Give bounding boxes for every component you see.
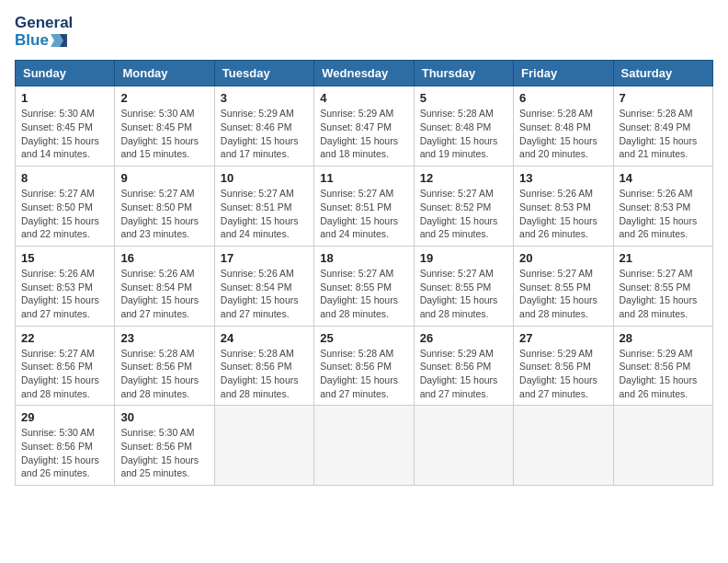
calendar-day-cell: 14Sunrise: 5:26 AMSunset: 8:53 PMDayligh… [613, 167, 712, 247]
day-info: Sunrise: 5:27 AMSunset: 8:55 PMDaylight:… [320, 267, 407, 321]
day-info: Sunrise: 5:27 AMSunset: 8:51 PMDaylight:… [320, 187, 407, 241]
day-number: 19 [420, 251, 507, 265]
day-info: Sunrise: 5:28 AMSunset: 8:48 PMDaylight:… [519, 107, 607, 161]
weekday-header-tuesday: Tuesday [214, 61, 313, 86]
day-number: 17 [221, 251, 308, 265]
day-number: 30 [120, 410, 208, 424]
day-info: Sunrise: 5:29 AMSunset: 8:56 PMDaylight:… [420, 347, 507, 401]
weekday-header-monday: Monday [115, 61, 214, 86]
day-info: Sunrise: 5:29 AMSunset: 8:46 PMDaylight:… [221, 107, 308, 161]
calendar-week-row: 29Sunrise: 5:30 AMSunset: 8:56 PMDayligh… [16, 406, 713, 486]
day-info: Sunrise: 5:30 AMSunset: 8:56 PMDaylight:… [21, 426, 108, 480]
day-number: 14 [620, 171, 707, 185]
day-info: Sunrise: 5:29 AMSunset: 8:47 PMDaylight:… [320, 107, 407, 161]
day-info: Sunrise: 5:27 AMSunset: 8:52 PMDaylight:… [420, 187, 507, 241]
day-number: 3 [221, 91, 308, 105]
calendar-day-cell: 6Sunrise: 5:28 AMSunset: 8:48 PMDaylight… [514, 86, 613, 167]
calendar-table: SundayMondayTuesdayWednesdayThursdayFrid… [15, 60, 713, 486]
day-number: 8 [21, 171, 108, 185]
calendar-day-cell: 22Sunrise: 5:27 AMSunset: 8:56 PMDayligh… [16, 326, 115, 406]
day-number: 16 [120, 251, 208, 265]
day-number: 26 [420, 331, 507, 345]
weekday-header-sunday: Sunday [16, 61, 115, 86]
day-number: 9 [120, 171, 208, 185]
calendar-day-cell: 7Sunrise: 5:28 AMSunset: 8:49 PMDaylight… [613, 86, 712, 167]
calendar-day-cell: 13Sunrise: 5:26 AMSunset: 8:53 PMDayligh… [514, 167, 613, 247]
calendar-day-cell: 24Sunrise: 5:28 AMSunset: 8:56 PMDayligh… [214, 326, 313, 406]
calendar-day-cell: 11Sunrise: 5:27 AMSunset: 8:51 PMDayligh… [314, 167, 414, 247]
calendar-week-row: 22Sunrise: 5:27 AMSunset: 8:56 PMDayligh… [16, 326, 713, 406]
day-info: Sunrise: 5:28 AMSunset: 8:56 PMDaylight:… [120, 347, 208, 401]
calendar-day-cell: 15Sunrise: 5:26 AMSunset: 8:53 PMDayligh… [16, 246, 115, 326]
calendar-day-cell: 29Sunrise: 5:30 AMSunset: 8:56 PMDayligh… [16, 406, 115, 486]
logo-arrow-icon [51, 34, 67, 47]
day-info: Sunrise: 5:29 AMSunset: 8:56 PMDaylight:… [620, 347, 707, 401]
day-info: Sunrise: 5:27 AMSunset: 8:55 PMDaylight:… [420, 267, 507, 321]
calendar-day-cell: 8Sunrise: 5:27 AMSunset: 8:50 PMDaylight… [16, 167, 115, 247]
day-info: Sunrise: 5:26 AMSunset: 8:53 PMDaylight:… [519, 187, 607, 241]
page-header: General Blue [15, 15, 713, 49]
weekday-header-row: SundayMondayTuesdayWednesdayThursdayFrid… [16, 61, 713, 86]
day-info: Sunrise: 5:27 AMSunset: 8:51 PMDaylight:… [221, 187, 308, 241]
day-number: 6 [519, 91, 607, 105]
day-number: 5 [420, 91, 507, 105]
calendar-day-cell: 20Sunrise: 5:27 AMSunset: 8:55 PMDayligh… [514, 246, 613, 326]
day-info: Sunrise: 5:28 AMSunset: 8:56 PMDaylight:… [320, 347, 407, 401]
calendar-day-cell: 12Sunrise: 5:27 AMSunset: 8:52 PMDayligh… [414, 167, 513, 247]
day-info: Sunrise: 5:28 AMSunset: 8:56 PMDaylight:… [221, 347, 308, 401]
day-number: 25 [320, 331, 407, 345]
day-info: Sunrise: 5:28 AMSunset: 8:48 PMDaylight:… [420, 107, 507, 161]
logo: General Blue [15, 15, 73, 49]
day-number: 15 [21, 251, 108, 265]
calendar-day-cell: 23Sunrise: 5:28 AMSunset: 8:56 PMDayligh… [115, 326, 214, 406]
calendar-day-cell: 19Sunrise: 5:27 AMSunset: 8:55 PMDayligh… [414, 246, 513, 326]
calendar-week-row: 8Sunrise: 5:27 AMSunset: 8:50 PMDaylight… [16, 167, 713, 247]
calendar-day-cell: 18Sunrise: 5:27 AMSunset: 8:55 PMDayligh… [314, 246, 414, 326]
calendar-day-cell: 5Sunrise: 5:28 AMSunset: 8:48 PMDaylight… [414, 86, 513, 167]
calendar-day-cell: 21Sunrise: 5:27 AMSunset: 8:55 PMDayligh… [613, 246, 712, 326]
calendar-day-cell: 27Sunrise: 5:29 AMSunset: 8:56 PMDayligh… [514, 326, 613, 406]
calendar-day-cell: 2Sunrise: 5:30 AMSunset: 8:45 PMDaylight… [115, 86, 214, 167]
calendar-day-cell: 17Sunrise: 5:26 AMSunset: 8:54 PMDayligh… [214, 246, 313, 326]
day-number: 29 [21, 410, 108, 424]
day-number: 20 [519, 251, 607, 265]
day-number: 28 [620, 331, 707, 345]
logo-blue: Blue [15, 32, 73, 50]
calendar-day-cell: 16Sunrise: 5:26 AMSunset: 8:54 PMDayligh… [115, 246, 214, 326]
day-info: Sunrise: 5:26 AMSunset: 8:54 PMDaylight:… [120, 267, 208, 321]
calendar-day-cell: 3Sunrise: 5:29 AMSunset: 8:46 PMDaylight… [214, 86, 313, 167]
calendar-day-cell [613, 406, 712, 486]
day-info: Sunrise: 5:26 AMSunset: 8:53 PMDaylight:… [21, 267, 108, 321]
day-info: Sunrise: 5:26 AMSunset: 8:54 PMDaylight:… [221, 267, 308, 321]
day-number: 27 [519, 331, 607, 345]
day-number: 21 [620, 251, 707, 265]
day-info: Sunrise: 5:27 AMSunset: 8:56 PMDaylight:… [21, 347, 108, 401]
weekday-header-friday: Friday [514, 61, 613, 86]
calendar-day-cell [314, 406, 414, 486]
calendar-day-cell: 25Sunrise: 5:28 AMSunset: 8:56 PMDayligh… [314, 326, 414, 406]
day-number: 7 [620, 91, 707, 105]
day-number: 2 [120, 91, 208, 105]
day-number: 18 [320, 251, 407, 265]
calendar-week-row: 15Sunrise: 5:26 AMSunset: 8:53 PMDayligh… [16, 246, 713, 326]
calendar-day-cell: 10Sunrise: 5:27 AMSunset: 8:51 PMDayligh… [214, 167, 313, 247]
day-number: 11 [320, 171, 407, 185]
day-info: Sunrise: 5:26 AMSunset: 8:53 PMDaylight:… [620, 187, 707, 241]
day-info: Sunrise: 5:27 AMSunset: 8:50 PMDaylight:… [120, 187, 208, 241]
logo-wordmark: General Blue [15, 15, 73, 49]
day-info: Sunrise: 5:29 AMSunset: 8:56 PMDaylight:… [519, 347, 607, 401]
weekday-header-wednesday: Wednesday [314, 61, 414, 86]
day-number: 4 [320, 91, 407, 105]
calendar-day-cell: 9Sunrise: 5:27 AMSunset: 8:50 PMDaylight… [115, 167, 214, 247]
weekday-header-thursday: Thursday [414, 61, 513, 86]
day-info: Sunrise: 5:28 AMSunset: 8:49 PMDaylight:… [620, 107, 707, 161]
logo-general: General [15, 15, 73, 32]
calendar-day-cell [214, 406, 313, 486]
day-number: 22 [21, 331, 108, 345]
calendar-day-cell: 1Sunrise: 5:30 AMSunset: 8:45 PMDaylight… [16, 86, 115, 167]
day-number: 10 [221, 171, 308, 185]
day-info: Sunrise: 5:30 AMSunset: 8:56 PMDaylight:… [120, 426, 208, 480]
day-number: 1 [21, 91, 108, 105]
day-number: 13 [519, 171, 607, 185]
calendar-day-cell: 4Sunrise: 5:29 AMSunset: 8:47 PMDaylight… [314, 86, 414, 167]
